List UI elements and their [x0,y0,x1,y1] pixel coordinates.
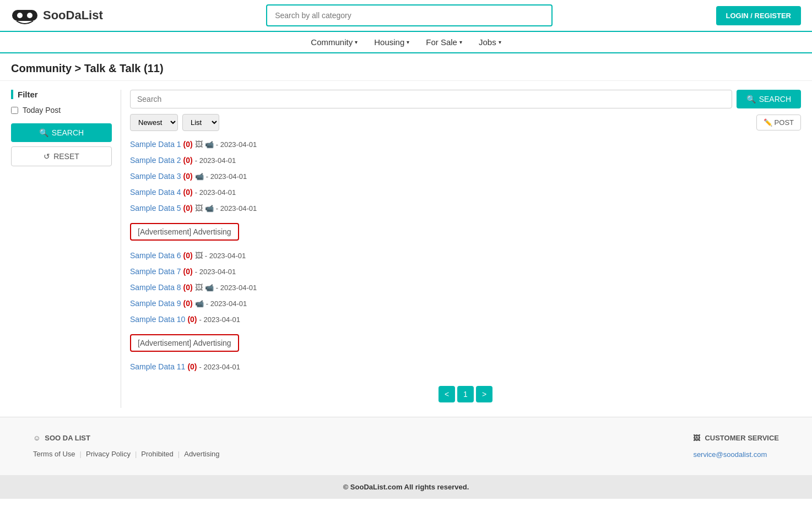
listing-link[interactable]: Sample Data 5 [130,204,181,213]
nav-community-label: Community [311,37,353,47]
listing-link[interactable]: Sample Data 4 [130,188,181,197]
filters-left: Newest Oldest Popular List Grid [130,114,219,131]
listing-count: (0) [183,251,193,260]
next-page-button[interactable]: > [476,386,492,402]
content-search-button[interactable]: 🔍 SEARCH [737,90,801,108]
listing-date: - 2023-04-01 [195,188,236,197]
logo-icon [11,6,39,25]
listing-count: (0) [183,140,193,149]
today-post-label[interactable]: Today Post [23,106,61,115]
list-item: Sample Data 6 (0) 🖼 - 2023-04-01 [130,248,801,264]
list-item: Sample Data 11 (0) - 2023-04-01 [130,359,801,375]
listing-count: (0) [183,172,193,181]
footer-customer-title: 🖼 CUSTOMER SERVICE [693,434,779,442]
listing-date: - 2023-04-01 [195,156,236,165]
sort-select[interactable]: Newest Oldest Popular [130,114,178,131]
content-search-row: 🔍 SEARCH [130,90,801,108]
content-search-icon: 🔍 [746,95,756,104]
listing-link[interactable]: Sample Data 10 [130,315,185,324]
listing-count: (0) [183,267,193,276]
footer-customer-section: 🖼 CUSTOMER SERVICE service@soodalist.com [693,434,779,459]
footer-email-link[interactable]: service@soodalist.com [693,450,767,459]
listing-count: (0) [183,156,193,165]
listing-link[interactable]: Sample Data 6 [130,251,181,260]
listing-date: - 2023-04-01 [206,299,247,308]
nav-item-jobs[interactable]: Jobs ▾ [479,37,501,47]
video-icon: 📹 [205,284,214,292]
image-icon: 🖼 [195,283,203,292]
footer-links: Terms of Use | Privacy Policy | Prohibit… [33,450,220,458]
smiley-icon: ☺ [33,434,40,442]
forsale-arrow-icon: ▾ [459,39,462,45]
listing-date: - 2023-04-01 [199,315,240,324]
list-item: Sample Data 7 (0) - 2023-04-01 [130,264,801,280]
content-search-input[interactable] [130,90,732,108]
post-btn-label: POST [775,118,794,127]
prohibited-link[interactable]: Prohibited [141,450,174,458]
sidebar-reset-label: RESET [53,152,79,161]
listing-link[interactable]: Sample Data 2 [130,156,181,165]
post-button[interactable]: ✏️ POST [756,115,801,130]
svg-point-1 [17,13,23,18]
listing-link[interactable]: Sample Data 8 [130,283,181,292]
nav-forsale-label: For Sale [426,37,457,47]
list-item: Sample Data 2 (0) - 2023-04-01 [130,152,801,168]
nav-item-community[interactable]: Community ▾ [311,37,358,47]
content-search-label: SEARCH [759,95,791,104]
listing-link[interactable]: Sample Data 11 [130,362,185,371]
page-title-bar: Community > Talk & Talk (11) [0,53,812,81]
jobs-arrow-icon: ▾ [499,39,501,45]
listing-link[interactable]: Sample Data 7 [130,267,181,276]
advert-box[interactable]: [Advertisement] Advertising [130,334,239,352]
logo[interactable]: SooDaList [11,6,103,25]
listing-count: (0) [183,283,193,292]
listing-date: - 2023-04-01 [195,268,236,276]
nav-housing-label: Housing [374,37,404,47]
main-search-input[interactable] [266,4,553,26]
today-post-filter: Today Post [11,106,112,115]
main-layout: Filter Today Post 🔍 SEARCH ↺ RESET 🔍 SEA… [0,81,812,417]
copyright-text: © SooDaList.com All rights reserved. [343,483,469,491]
advertising-link[interactable]: Advertising [184,450,219,458]
nav-item-housing[interactable]: Housing ▾ [374,37,409,47]
listing-link[interactable]: Sample Data 9 [130,299,181,308]
nav-jobs-label: Jobs [479,37,496,47]
video-icon: 📹 [195,172,204,181]
current-page-button[interactable]: 1 [457,386,474,402]
logo-text: SooDaList [43,8,103,23]
privacy-link[interactable]: Privacy Policy [86,450,131,458]
list-item: Sample Data 10 (0) - 2023-04-01 [130,312,801,328]
housing-arrow-icon: ▾ [407,39,409,45]
search-icon: 🔍 [39,128,48,137]
pagination: < 1 > [130,386,801,402]
listing-date: - 2023-04-01 [205,252,246,260]
content-area: 🔍 SEARCH Newest Oldest Popular List Grid… [130,90,801,408]
reset-icon: ↺ [44,152,50,161]
listing-link[interactable]: Sample Data 1 [130,140,181,149]
list-item: Sample Data 9 (0) 📹 - 2023-04-01 [130,296,801,312]
list-item: Sample Data 3 (0) 📹 - 2023-04-01 [130,168,801,184]
listing-count: (0) [187,315,197,324]
listing-link[interactable]: Sample Data 3 [130,172,181,181]
list-item: Sample Data 5 (0) 🖼📹 - 2023-04-01 [130,200,801,216]
list-item: Sample Data 4 (0) - 2023-04-01 [130,184,801,200]
view-select[interactable]: List Grid [182,114,219,131]
community-arrow-icon: ▾ [355,39,358,45]
nav-bar: Community ▾ Housing ▾ For Sale ▾ Jobs ▾ [0,32,812,53]
terms-link[interactable]: Terms of Use [33,450,75,458]
customer-icon: 🖼 [693,434,700,442]
sidebar-search-button[interactable]: 🔍 SEARCH [11,123,112,142]
advert-box[interactable]: [Advertisement] Advertising [130,223,239,241]
login-register-button[interactable]: LOGIN / REGISTER [716,6,801,25]
nav-item-forsale[interactable]: For Sale ▾ [426,37,462,47]
sidebar: Filter Today Post 🔍 SEARCH ↺ RESET [11,90,121,408]
listing-date: - 2023-04-01 [216,284,257,292]
pencil-icon: ✏️ [764,118,772,127]
header: SooDaList LOGIN / REGISTER [0,0,812,32]
footer-bottom: © SooDaList.com All rights reserved. [0,475,812,499]
today-post-checkbox[interactable] [11,107,18,114]
video-icon: 📹 [195,299,204,308]
prev-page-button[interactable]: < [439,386,455,402]
sidebar-reset-button[interactable]: ↺ RESET [11,146,112,166]
footer-main: ☺ SOO DA LIST Terms of Use | Privacy Pol… [0,417,812,475]
